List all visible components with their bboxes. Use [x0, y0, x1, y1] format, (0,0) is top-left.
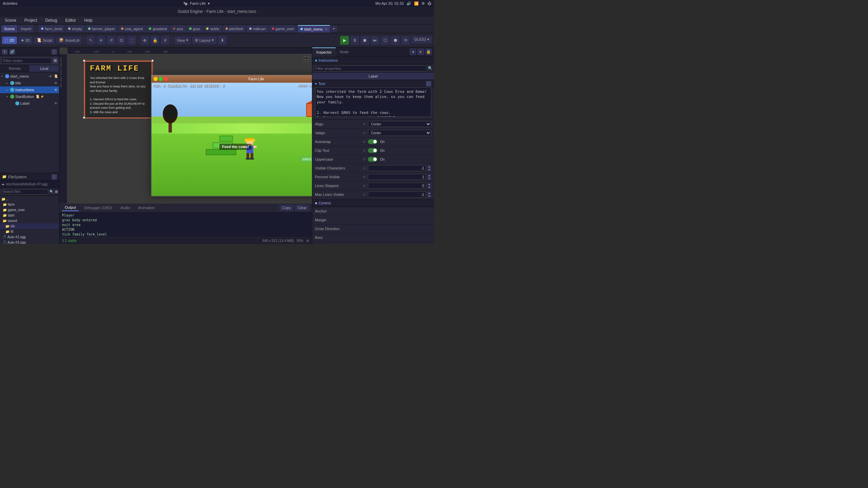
tree-item-start-button[interactable]: ▾ StartButton 📜 ⚡: [0, 93, 59, 100]
text-section-header[interactable]: ▾ Text ⛶: [312, 80, 434, 87]
network-icon[interactable]: 📶: [414, 1, 419, 6]
text-textarea[interactable]: [315, 87, 431, 117]
inspector-tab[interactable]: Inspector: [312, 47, 336, 56]
output-tab-audio[interactable]: Audio: [118, 204, 133, 211]
clear-output-button[interactable]: Clear: [295, 205, 309, 211]
spin-down[interactable]: ▼: [427, 195, 431, 198]
fs-folder-sound[interactable]: 📂 sound: [0, 218, 59, 223]
tab-farmer-player[interactable]: farmer_player: [85, 25, 118, 33]
view-button[interactable]: View ▾: [174, 37, 191, 44]
tab-grasland[interactable]: grasland: [146, 25, 170, 33]
minimize-button[interactable]: [154, 77, 158, 81]
download-button[interactable]: ⬇: [218, 36, 227, 45]
percent-visible-input[interactable]: [368, 174, 426, 180]
visibility-icon[interactable]: 👁: [54, 88, 58, 92]
output-tab-debugger[interactable]: Debugger (1852): [81, 204, 115, 211]
menu-scene[interactable]: Scene: [3, 17, 18, 23]
assetlib-button[interactable]: 📦 AssetLib: [56, 37, 82, 44]
maximize-button[interactable]: [159, 77, 163, 81]
viewport[interactable]: -400 -200 0 200 400 600 -300 -200 -100 0…: [59, 47, 312, 203]
rotate-tool-button[interactable]: ↺: [107, 36, 116, 45]
tab-start-menu[interactable]: start_menu ✕: [298, 25, 330, 33]
tab-poo[interactable]: poo: [170, 25, 185, 33]
power-icon[interactable]: ⏻: [428, 1, 431, 5]
inspector-filter-input[interactable]: [314, 65, 427, 72]
spin-down[interactable]: ▼: [427, 186, 431, 189]
pivot-button[interactable]: ⊕: [140, 36, 149, 45]
menu-debug[interactable]: Debug: [43, 17, 59, 23]
fs-file-auto3[interactable]: 🎵 Auto #3.ogg: [0, 240, 59, 244]
tab-empty[interactable]: empty: [65, 25, 85, 33]
copy-output-button[interactable]: Copy: [279, 205, 294, 211]
grid-button[interactable]: #: [161, 36, 170, 45]
filter-options-button[interactable]: ⊞: [53, 58, 58, 63]
uppercase-toggle[interactable]: [368, 157, 377, 162]
reset-visiblechars-icon[interactable]: ↺: [362, 166, 367, 170]
stop-button[interactable]: ⏹: [360, 36, 369, 45]
visibility-icon[interactable]: 👁: [54, 81, 58, 85]
spin-down[interactable]: ▼: [427, 177, 431, 180]
layout-toggle-icon[interactable]: ⊞: [55, 190, 58, 194]
visible-chars-input[interactable]: [368, 165, 426, 171]
tree-item-title[interactable]: ▸ title 👁: [0, 80, 59, 86]
app-title[interactable]: Farm Life: [190, 1, 205, 5]
tab-game-over[interactable]: game_over: [269, 25, 297, 33]
output-tab-output[interactable]: Output: [62, 204, 79, 211]
lines-skipped-input[interactable]: [368, 183, 426, 189]
close-button[interactable]: [164, 77, 168, 81]
fs-folder-farm[interactable]: 📁 farm: [0, 202, 59, 207]
tab-gras[interactable]: gras: [186, 25, 203, 33]
lock-inspector-button[interactable]: 🔒: [425, 48, 432, 55]
tab-farm-level[interactable]: farm_level: [38, 25, 65, 33]
move-tool-button[interactable]: ✛: [97, 36, 105, 45]
tab-sickle[interactable]: sickle: [203, 25, 222, 33]
fs-item-dotdot[interactable]: 📁 ..: [0, 196, 59, 202]
fs-folder-game-over[interactable]: 📁 game_over: [0, 207, 59, 212]
layout-button[interactable]: ⊞ Layout ▾: [192, 37, 217, 44]
tree-item-start-menu[interactable]: ▾ start_menu 👁 📜: [0, 73, 59, 80]
sync-button[interactable]: ⟲: [401, 36, 410, 45]
spin-up[interactable]: ▲: [427, 174, 431, 177]
visibility-icon[interactable]: 👁: [54, 102, 58, 105]
spin-down[interactable]: ▼: [427, 168, 431, 171]
reset-align-icon[interactable]: ↺: [362, 122, 367, 126]
fs-subfolder-sfx[interactable]: 📂 sfx: [0, 223, 59, 229]
local-tab[interactable]: Local: [29, 65, 59, 72]
settings-icon[interactable]: ⚙: [421, 1, 425, 6]
close-tab-icon[interactable]: ✕: [325, 27, 328, 31]
tab-milkcan[interactable]: milkcan: [246, 25, 268, 33]
script-button[interactable]: 📜 Script: [34, 37, 55, 44]
pause-button[interactable]: ⏸: [350, 36, 359, 45]
volume-icon[interactable]: 🔊: [407, 1, 411, 6]
tab-pitchfork[interactable]: pitchfork: [223, 25, 246, 33]
debug-nav-button[interactable]: ⬟: [391, 36, 400, 45]
fs-file-auto2[interactable]: 🎵 Auto #2.ogg: [0, 234, 59, 240]
reset-uppercase-icon[interactable]: ↺: [362, 157, 367, 162]
reset-linesskip-icon[interactable]: ↺: [362, 183, 367, 188]
next-history-button[interactable]: ▸: [417, 48, 424, 55]
transform-tool-button[interactable]: ⬚: [127, 36, 136, 45]
reset-autowrap-icon[interactable]: ↺: [362, 139, 367, 144]
spin-up[interactable]: ▲: [427, 183, 431, 186]
autowrap-toggle[interactable]: [368, 139, 377, 144]
align-select[interactable]: CenterLeftRightFill: [368, 121, 431, 127]
fs-folder-start[interactable]: 📁 start: [0, 212, 59, 218]
fs-search-input[interactable]: [1, 189, 48, 195]
gles-toggle[interactable]: GLES2 ▾: [411, 36, 432, 43]
forward-icon[interactable]: ▸: [3, 182, 5, 186]
mode-3d-button[interactable]: ◈ 3D: [18, 37, 33, 44]
menu-editor[interactable]: Editor: [63, 17, 78, 23]
play-button[interactable]: ▶: [340, 36, 349, 45]
tab-scene-view[interactable]: Scene: [1, 25, 17, 33]
mode-2d-button[interactable]: ⬚ 2D: [2, 37, 17, 44]
fs-subfolder-ttf[interactable]: 📁 ttf: [0, 229, 59, 234]
remote-tab[interactable]: Remote: [0, 65, 29, 72]
max-lines-input[interactable]: [368, 191, 426, 198]
valign-select[interactable]: CenterTopBottomFill: [368, 130, 431, 136]
activities-label[interactable]: Activities: [3, 1, 17, 5]
menu-help[interactable]: Help: [82, 17, 95, 23]
reset-maxlines-icon[interactable]: ↺: [362, 192, 367, 197]
link-node-button[interactable]: 🔗: [9, 49, 15, 55]
visibility-icon[interactable]: 👁: [49, 75, 52, 78]
spin-up[interactable]: ▲: [427, 165, 431, 168]
